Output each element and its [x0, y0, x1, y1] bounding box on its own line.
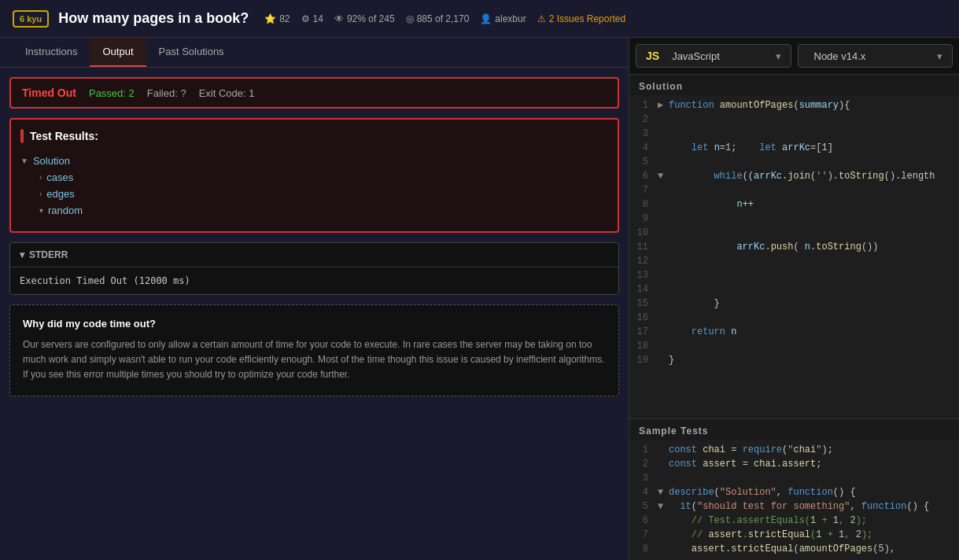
code-line: 3: [629, 471, 959, 485]
line-arrow-icon: [658, 325, 669, 339]
line-arrow-icon: [658, 268, 669, 282]
solution-tree-name: Solution: [33, 155, 70, 167]
line-number: 4: [629, 485, 658, 499]
stars-stat: ⭐ 82: [264, 13, 290, 24]
tab-instructions[interactable]: Instructions: [13, 38, 90, 67]
right-panel: JS JavaScript ▾ Node v14.x ▾ Solution 1▶…: [629, 38, 959, 560]
lang-selectors: JS JavaScript ▾ Node v14.x ▾: [629, 38, 959, 75]
line-arrow-icon: [658, 443, 669, 457]
node-version-dropdown[interactable]: Node v14.x ▾: [798, 44, 953, 68]
code-line: 2const assert = chai.assert;: [629, 457, 959, 471]
line-content: let n=1; let arrKc=[1]: [669, 141, 833, 155]
code-line: 1const chai = require("chai");: [629, 443, 959, 457]
line-arrow-icon: [658, 471, 669, 485]
line-arrow-icon: [658, 457, 669, 471]
stderr-label: STDERR: [29, 249, 68, 260]
sample-tests-section: Sample Tests 1const chai = require("chai…: [629, 418, 959, 560]
language-chevron-icon: ▾: [776, 50, 781, 62]
kyu-badge: 6 kyu: [13, 10, 49, 28]
forks-stat: ⚙ 14: [301, 13, 323, 24]
result-banner: Timed Out Passed: 2 Failed: ? Exit Code:…: [9, 77, 619, 109]
line-arrow-icon: [658, 141, 669, 155]
line-arrow-icon: [658, 112, 669, 127]
cases-chevron-icon: ›: [39, 173, 42, 182]
timed-out-label: Timed Out: [22, 87, 76, 99]
code-line: 2: [629, 112, 959, 127]
line-arrow-icon: [658, 212, 669, 226]
sample-tests-label: Sample Tests: [629, 419, 959, 440]
exit-code: Exit Code: 1: [199, 87, 255, 99]
line-number: 3: [629, 471, 658, 485]
test-results-header: Test Results:: [20, 129, 608, 143]
code-line: 9: [629, 212, 959, 226]
test-results-title: Test Results:: [30, 130, 98, 142]
language-dropdown[interactable]: JS JavaScript ▾: [636, 44, 791, 68]
line-content: }: [669, 353, 674, 367]
code-line: 8 assert.strictEqual(amountOfPages(5),: [629, 542, 959, 556]
passed-count: Passed: 2: [89, 87, 135, 99]
line-number: 10: [629, 226, 658, 240]
stderr-chevron-icon: ▾: [20, 249, 24, 260]
challenge-title: How many pages in a book?: [58, 10, 249, 27]
tree-item-random[interactable]: ▾ random: [39, 202, 608, 219]
line-number: 5: [629, 155, 658, 169]
line-arrow-icon: [658, 155, 669, 169]
line-arrow-icon: [658, 297, 669, 311]
stderr-header[interactable]: ▾ STDERR: [10, 243, 618, 267]
language-name: JavaScript: [672, 50, 769, 62]
line-number: 16: [629, 311, 658, 325]
line-content: return n: [669, 325, 736, 339]
tree-item-cases[interactable]: › cases: [39, 169, 608, 186]
timeout-desc: Our servers are configured to only allow…: [23, 337, 606, 383]
random-chevron-icon: ▾: [39, 206, 43, 215]
tab-bar: Instructions Output Past Solutions: [0, 38, 629, 68]
tab-output[interactable]: Output: [90, 38, 146, 67]
code-line: 6 // Test.assertEquals(1 + 1, 2);: [629, 514, 959, 528]
timeout-info: Why did my code time out? Our servers ar…: [9, 304, 619, 396]
stderr-body: Execution Timed Out (12000 ms): [10, 267, 618, 294]
line-arrow-icon: [658, 542, 669, 556]
solution-tree-label[interactable]: ▼ Solution: [20, 153, 608, 169]
line-content: n++: [669, 197, 754, 212]
sample-code-editor[interactable]: 1const chai = require("chai");2const ass…: [629, 440, 959, 560]
tab-past-solutions[interactable]: Past Solutions: [146, 38, 237, 67]
completion-stat: 👁 92% of 245: [334, 13, 395, 24]
line-arrow-icon: ▶: [658, 98, 669, 112]
stderr-container: ▾ STDERR Execution Timed Out (12000 ms): [9, 242, 619, 295]
tree-item-edges[interactable]: › edges: [39, 186, 608, 202]
solution-tree-children: › cases › edges ▾ random: [39, 169, 608, 219]
code-line: 7: [629, 183, 959, 197]
solution-label: Solution: [629, 75, 959, 95]
code-line: 18: [629, 339, 959, 353]
line-number: 8: [629, 197, 658, 212]
line-content: function amountOfPages(summary){: [669, 98, 850, 112]
cases-label: cases: [46, 171, 73, 183]
solutions-stat: ◎ 885 of 2,170: [406, 13, 470, 24]
line-content: describe("Solution", function() {: [669, 485, 856, 499]
line-number: 7: [629, 183, 658, 197]
line-number: 4: [629, 141, 658, 155]
issues-reported: ⚠ 2 Issues Reported: [537, 13, 625, 24]
left-panel: Instructions Output Past Solutions Timed…: [0, 38, 629, 560]
line-number: 15: [629, 297, 658, 311]
line-arrow-icon: [658, 183, 669, 197]
line-number: 12: [629, 254, 658, 268]
code-line: 17 return n: [629, 325, 959, 339]
code-editor[interactable]: 1▶function amountOfPages(summary){234 le…: [629, 95, 959, 418]
node-version-chevron-icon: ▾: [937, 50, 942, 62]
line-arrow-icon: [658, 514, 669, 528]
line-arrow-icon: ▼: [658, 499, 669, 514]
line-arrow-icon: [658, 353, 669, 367]
code-line: 4 let n=1; let arrKc=[1]: [629, 141, 959, 155]
line-content: it("should test for something", function…: [669, 499, 929, 514]
line-number: 3: [629, 127, 658, 141]
code-line: 16: [629, 311, 959, 325]
line-number: 11: [629, 240, 658, 254]
solution-chevron-icon: ▼: [20, 157, 28, 165]
line-content: while((arrKc.join('').toString().length: [669, 169, 935, 183]
line-arrow-icon: [658, 282, 669, 297]
red-bar: [20, 129, 24, 143]
code-line: 13: [629, 268, 959, 282]
line-number: 6: [629, 514, 658, 528]
line-arrow-icon: ▼: [658, 485, 669, 499]
